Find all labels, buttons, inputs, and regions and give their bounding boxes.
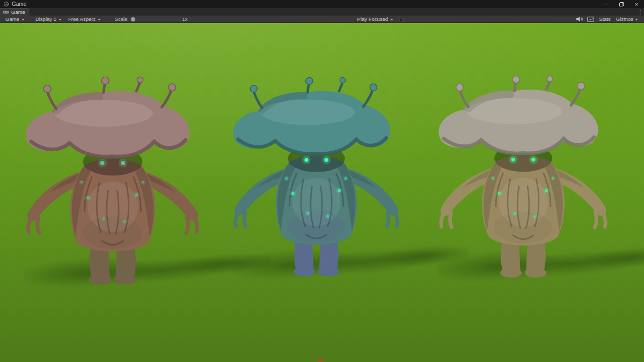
display-dropdown[interactable]: Display 1 [33, 16, 64, 23]
game-mode-label: Game [5, 16, 19, 22]
close-button[interactable]: × [629, 0, 644, 8]
bug-icon[interactable] [396, 16, 406, 23]
game-viewport[interactable] [0, 23, 644, 362]
scale-slider[interactable] [130, 17, 180, 22]
game-mode-dropdown[interactable]: Game [3, 16, 27, 23]
tab-bar: Game ⋮ [0, 8, 644, 16]
display-label: Display 1 [35, 16, 56, 22]
stats-graph-icon[interactable] [585, 16, 596, 23]
aspect-ratio-label: Free Aspect [68, 16, 96, 22]
gizmos-label: Gizmos [616, 16, 633, 22]
gamepad-icon [3, 10, 9, 14]
creature-figure [224, 77, 409, 277]
scale-value: 1x [182, 16, 187, 22]
aspect-ratio-dropdown[interactable]: Free Aspect [66, 16, 103, 23]
tab-game-label: Game [11, 9, 25, 15]
restore-button[interactable] [614, 0, 629, 8]
play-focused-label: Play Focused [357, 16, 389, 22]
window-controls: × [599, 0, 644, 8]
mushroom-creature-teal [224, 77, 409, 277]
window-title: Game [12, 1, 26, 7]
mute-audio-icon[interactable] [574, 16, 585, 23]
window-titlebar: Game × [0, 0, 644, 8]
chevron-down-icon [635, 19, 638, 20]
slider-handle[interactable] [131, 17, 135, 21]
chevron-down-icon [21, 19, 25, 20]
chevron-down-icon [390, 19, 393, 20]
tab-game[interactable]: Game [0, 8, 30, 16]
chevron-down-icon [98, 19, 101, 20]
gizmos-dropdown[interactable]: Gizmos [613, 16, 641, 23]
restore-icon [619, 2, 624, 6]
stats-button[interactable]: Stats [596, 16, 613, 23]
mushroom-creature-tan [429, 75, 617, 279]
play-focused-dropdown[interactable]: Play Focused [355, 16, 396, 23]
chevron-down-icon [58, 19, 62, 20]
mushroom-creature-rust [16, 76, 209, 285]
scale-label: Scale [115, 16, 128, 22]
creature-figure [429, 75, 617, 279]
creature-figure [16, 76, 209, 285]
stats-label: Stats [599, 16, 611, 22]
red-artifact [318, 359, 323, 361]
minimize-icon [604, 4, 609, 4]
game-view-toolbar: Game Display 1 Free Aspect Scale 1x Play… [0, 16, 644, 23]
unity-game-window: Game × Game ⋮ Game Display 1 [0, 0, 644, 362]
unity-logo-icon [3, 1, 9, 7]
overflow-menu-icon[interactable]: ⋮ [636, 8, 644, 16]
minimize-button[interactable] [599, 0, 614, 8]
